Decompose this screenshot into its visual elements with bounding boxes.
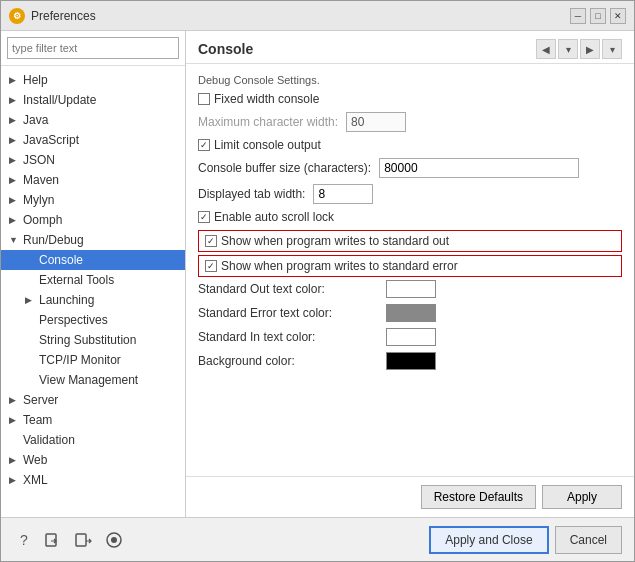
arrow-icon: ▶	[9, 395, 21, 405]
apply-button[interactable]: Apply	[542, 485, 622, 509]
minimize-button[interactable]: ─	[570, 8, 586, 24]
sidebar-item-label: Java	[23, 113, 48, 127]
show-stderr-checkbox[interactable]	[205, 260, 217, 272]
stdout-color-row: Standard Out text color:	[198, 280, 622, 298]
show-stderr-label[interactable]: Show when program writes to standard err…	[205, 259, 458, 273]
sidebar-item-label: Web	[23, 453, 47, 467]
sidebar-item-run-debug[interactable]: ▼ Run/Debug	[1, 230, 185, 250]
tab-width-label: Displayed tab width:	[198, 187, 305, 201]
sidebar-item-help[interactable]: ▶ Help	[1, 70, 185, 90]
arrow-icon: ▶	[9, 155, 21, 165]
arrow-icon: ▶	[9, 475, 21, 485]
right-panel: Console ◀ ▾ ▶ ▾ Debug Console Settings. …	[186, 31, 634, 517]
sidebar-item-label: Launching	[39, 293, 94, 307]
sidebar-item-team[interactable]: ▶ Team	[1, 410, 185, 430]
sidebar-item-label: Run/Debug	[23, 233, 84, 247]
arrow-icon: ▶	[25, 295, 37, 305]
window-title: Preferences	[31, 9, 570, 23]
nav-dropdown-button[interactable]: ▾	[558, 39, 578, 59]
buffer-size-input[interactable]	[379, 158, 579, 178]
svg-rect-1	[76, 534, 86, 546]
sidebar-item-label: Oomph	[23, 213, 62, 227]
preferences-window: ⚙ Preferences ─ □ ✕ ▶ Help ▶ Install/Upd…	[0, 0, 635, 562]
max-char-width-label: Maximum character width:	[198, 115, 338, 129]
auto-scroll-label[interactable]: Enable auto scroll lock	[198, 210, 334, 224]
sidebar-item-mylyn[interactable]: ▶ Mylyn	[1, 190, 185, 210]
sidebar-item-json[interactable]: ▶ JSON	[1, 150, 185, 170]
sidebar-item-web[interactable]: ▶ Web	[1, 450, 185, 470]
fixed-width-label[interactable]: Fixed width console	[198, 92, 319, 106]
sidebar-item-label: Validation	[23, 433, 75, 447]
sidebar-item-label: JSON	[23, 153, 55, 167]
sidebar-item-external-tools[interactable]: External Tools	[1, 270, 185, 290]
stdout-color-swatch[interactable]	[386, 280, 436, 298]
show-stdout-checkbox[interactable]	[205, 235, 217, 247]
section-label: Debug Console Settings.	[198, 74, 622, 86]
max-char-width-input[interactable]	[346, 112, 406, 132]
sidebar-item-xml[interactable]: ▶ XML	[1, 470, 185, 490]
close-button[interactable]: ✕	[610, 8, 626, 24]
sidebar-item-server[interactable]: ▶ Server	[1, 390, 185, 410]
panel-title: Console	[198, 41, 253, 57]
stdin-color-swatch[interactable]	[386, 328, 436, 346]
panel-footer: Restore Defaults Apply	[186, 476, 634, 517]
sidebar-item-label: Server	[23, 393, 58, 407]
sidebar-item-console[interactable]: Console	[1, 250, 185, 270]
arrow-icon: ▶	[9, 115, 21, 125]
restore-defaults-button[interactable]: Restore Defaults	[421, 485, 536, 509]
bottom-icons: ?	[13, 529, 429, 551]
title-bar: ⚙ Preferences ─ □ ✕	[1, 1, 634, 31]
stderr-color-swatch[interactable]	[386, 304, 436, 322]
stdout-color-label: Standard Out text color:	[198, 282, 378, 296]
sidebar-item-string-substitution[interactable]: String Substitution	[1, 330, 185, 350]
maximize-button[interactable]: □	[590, 8, 606, 24]
sidebar-item-label: JavaScript	[23, 133, 79, 147]
limit-console-checkbox[interactable]	[198, 139, 210, 151]
sidebar-item-label: Maven	[23, 173, 59, 187]
show-stdout-label[interactable]: Show when program writes to standard out	[205, 234, 449, 248]
show-stdout-label-text: Show when program writes to standard out	[221, 234, 449, 248]
bg-color-swatch[interactable]	[386, 352, 436, 370]
help-icon[interactable]: ?	[13, 529, 35, 551]
cancel-button[interactable]: Cancel	[555, 526, 622, 554]
sidebar-item-maven[interactable]: ▶ Maven	[1, 170, 185, 190]
show-stderr-label-text: Show when program writes to standard err…	[221, 259, 458, 273]
nav-forward-dropdown-button[interactable]: ▾	[602, 39, 622, 59]
arrow-icon: ▼	[9, 235, 21, 245]
auto-scroll-checkbox[interactable]	[198, 211, 210, 223]
sidebar-item-java[interactable]: ▶ Java	[1, 110, 185, 130]
sidebar-item-label: Help	[23, 73, 48, 87]
stdin-color-label: Standard In text color:	[198, 330, 378, 344]
sidebar-item-install-update[interactable]: ▶ Install/Update	[1, 90, 185, 110]
filter-input[interactable]	[7, 37, 179, 59]
arrow-icon: ▶	[9, 415, 21, 425]
fixed-width-checkbox[interactable]	[198, 93, 210, 105]
sidebar-item-label: Perspectives	[39, 313, 108, 327]
svg-point-3	[111, 537, 117, 543]
import-icon[interactable]	[43, 529, 65, 551]
sidebar: ▶ Help ▶ Install/Update ▶ Java ▶ JavaScr…	[1, 31, 186, 517]
nav-buttons: ◀ ▾ ▶ ▾	[536, 39, 622, 59]
sidebar-item-javascript[interactable]: ▶ JavaScript	[1, 130, 185, 150]
arrow-icon: ▶	[9, 75, 21, 85]
auto-scroll-label-text: Enable auto scroll lock	[214, 210, 334, 224]
sidebar-item-validation[interactable]: Validation	[1, 430, 185, 450]
sidebar-item-view-management[interactable]: View Management	[1, 370, 185, 390]
link-icon[interactable]	[103, 529, 125, 551]
sidebar-item-launching[interactable]: ▶ Launching	[1, 290, 185, 310]
sidebar-item-tcp-ip-monitor[interactable]: TCP/IP Monitor	[1, 350, 185, 370]
arrow-icon: ▶	[9, 135, 21, 145]
limit-console-label[interactable]: Limit console output	[198, 138, 321, 152]
nav-back-button[interactable]: ◀	[536, 39, 556, 59]
stderr-color-label: Standard Error text color:	[198, 306, 378, 320]
sidebar-item-label: TCP/IP Monitor	[39, 353, 121, 367]
bg-color-row: Background color:	[198, 352, 622, 370]
bg-color-label: Background color:	[198, 354, 378, 368]
nav-forward-button[interactable]: ▶	[580, 39, 600, 59]
apply-and-close-button[interactable]: Apply and Close	[429, 526, 548, 554]
arrow-icon: ▶	[9, 95, 21, 105]
tab-width-input[interactable]	[313, 184, 373, 204]
sidebar-item-oomph[interactable]: ▶ Oomph	[1, 210, 185, 230]
sidebar-item-perspectives[interactable]: Perspectives	[1, 310, 185, 330]
export-icon[interactable]	[73, 529, 95, 551]
